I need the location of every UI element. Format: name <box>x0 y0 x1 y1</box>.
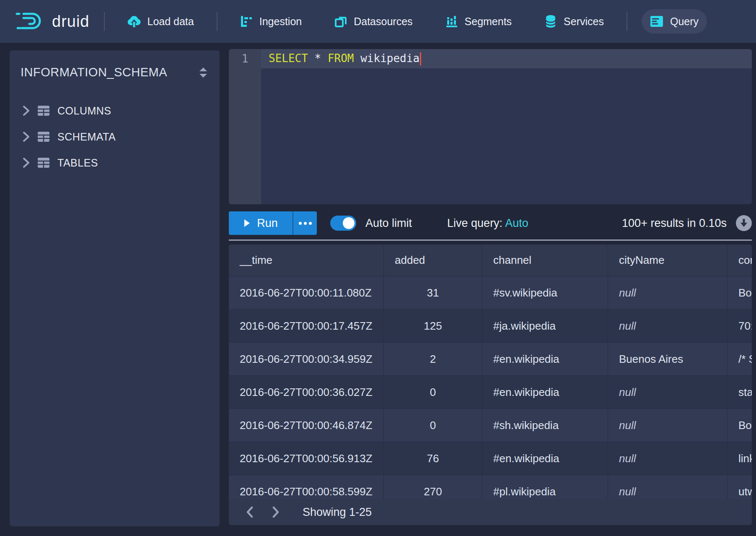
table-row: 2016-06-27T00:00:46.874Z 0 #sh.wikipedia… <box>229 409 752 442</box>
table-cell[interactable]: Bot <box>728 276 752 310</box>
table-cell[interactable]: 0 <box>384 376 482 409</box>
next-page-button[interactable] <box>265 502 287 523</box>
table-cell[interactable]: null <box>608 409 728 442</box>
table-row: 2016-06-27T00:00:34.959Z 2 #en.wikipedia… <box>229 343 752 376</box>
table-cell[interactable]: sta <box>728 376 752 409</box>
table-cell[interactable]: #en.wikipedia <box>482 343 608 376</box>
console-icon <box>650 15 663 28</box>
schema-tree: COLUMNS SCHEMATA <box>10 98 220 176</box>
table-cell[interactable]: #sv.wikipedia <box>482 276 608 310</box>
table-cell[interactable]: null <box>608 310 728 343</box>
table-cell[interactable]: 2016-06-27T00:00:17.457Z <box>229 310 384 343</box>
more-icon <box>299 222 302 225</box>
datasources-stack-icon <box>334 15 347 28</box>
nav-item-datasources[interactable]: Datasources <box>326 9 421 34</box>
table-cell[interactable]: 0 <box>384 409 482 442</box>
nav-group: Ingestion Datasources <box>232 9 612 34</box>
chevron-right-icon <box>22 131 30 142</box>
table-cell[interactable]: 2016-06-27T00:00:46.874Z <box>229 409 384 442</box>
table-cell[interactable]: Bot <box>728 409 752 442</box>
table-cell[interactable]: null <box>608 276 728 310</box>
results-summary: 100+ results in 0.10s <box>622 217 727 230</box>
table-cell[interactable]: #en.wikipedia <box>482 376 608 409</box>
nav-item-load-data[interactable]: Load data <box>119 9 202 34</box>
segments-bar-chart-icon <box>445 15 458 28</box>
tree-item-schemata[interactable]: SCHEMATA <box>10 124 220 150</box>
line-number: 1 <box>229 52 261 65</box>
nav-item-services[interactable]: Services <box>536 9 612 34</box>
table-body: 2016-06-27T00:00:11.080Z 31 #sv.wikipedi… <box>229 276 752 508</box>
download-button[interactable] <box>736 215 752 231</box>
tree-item-tables[interactable]: TABLES <box>10 150 220 176</box>
chevron-right-icon <box>271 506 280 518</box>
column-header-cityName[interactable]: cityName <box>608 245 728 276</box>
double-caret-icon[interactable] <box>199 67 208 78</box>
table-cell[interactable]: #en.wikipedia <box>482 442 608 475</box>
auto-limit-label: Auto limit <box>365 217 412 230</box>
table-row: 2016-06-27T00:00:17.457Z 125 #ja.wikiped… <box>229 310 752 343</box>
query-toolbar: Run Auto limit Live query: Auto 100+ res… <box>229 211 752 235</box>
table-row: 2016-06-27T00:00:56.913Z 76 #en.wikipedi… <box>229 442 752 475</box>
nav-item-query[interactable]: Query <box>642 9 707 34</box>
live-query-value[interactable]: Auto <box>505 217 528 229</box>
schema-selector[interactable]: INFORMATION_SCHEMA <box>21 65 199 79</box>
nav-item-label: Services <box>564 16 604 28</box>
sql-query-text: SELECT * FROM wikipedia <box>261 52 421 65</box>
sql-editor[interactable]: 1 SELECT * FROM wikipedia <box>229 49 752 204</box>
tree-item-columns[interactable]: COLUMNS <box>10 98 220 124</box>
table-cell[interactable]: 31 <box>384 276 482 310</box>
auto-limit-toggle[interactable] <box>330 216 356 231</box>
showing-label: Showing 1-25 <box>303 506 372 519</box>
schema-sidebar: INFORMATION_SCHEMA COLUMNS <box>10 50 220 526</box>
play-icon <box>243 219 250 227</box>
table-cell[interactable]: 2016-06-27T00:00:56.913Z <box>229 442 384 475</box>
tree-item-label: TABLES <box>57 157 98 169</box>
table-header-row: __time added channel cityName comment <box>229 245 752 276</box>
tree-item-label: SCHEMATA <box>57 131 116 143</box>
tree-item-label: COLUMNS <box>57 105 111 117</box>
nav-item-label: Query <box>670 16 699 28</box>
editor-line-1[interactable]: 1 SELECT * FROM wikipedia <box>229 49 752 68</box>
ingestion-chart-icon <box>240 15 253 28</box>
table-row: 2016-06-27T00:00:11.080Z 31 #sv.wikipedi… <box>229 276 752 310</box>
database-icon <box>544 15 557 28</box>
table-cell[interactable]: /* S <box>728 343 752 376</box>
table-icon <box>37 105 50 116</box>
table-cell[interactable]: 2016-06-27T00:00:34.959Z <box>229 343 384 376</box>
table-cell[interactable]: 2016-06-27T00:00:36.027Z <box>229 376 384 409</box>
navbar-divider <box>627 12 627 31</box>
prev-page-button[interactable] <box>239 502 261 523</box>
table-cell[interactable]: 125 <box>384 310 482 343</box>
toggle-knob <box>343 217 355 229</box>
results-divider <box>229 239 752 241</box>
table-cell[interactable]: 2016-06-27T00:00:11.080Z <box>229 276 384 310</box>
run-more-button[interactable] <box>293 211 317 235</box>
table-cell[interactable]: #sh.wikipedia <box>482 409 608 442</box>
schema-header: INFORMATION_SCHEMA <box>10 61 220 83</box>
nav-item-segments[interactable]: Segments <box>437 9 520 34</box>
table-cell[interactable]: 76 <box>384 442 482 475</box>
nav-item-ingestion[interactable]: Ingestion <box>232 9 310 34</box>
results-table: __time added channel cityName comment 20… <box>229 245 752 525</box>
nav-item-label: Datasources <box>354 16 412 28</box>
chevron-left-icon <box>245 506 254 518</box>
table-cell[interactable]: null <box>608 442 728 475</box>
column-header-comment[interactable]: comment <box>728 245 752 276</box>
table-cell[interactable]: null <box>608 376 728 409</box>
nav-item-label: Segments <box>465 16 512 28</box>
run-button[interactable]: Run <box>229 211 293 235</box>
table-icon <box>37 131 50 142</box>
column-header-time[interactable]: __time <box>229 245 384 276</box>
table-cell[interactable]: Buenos Aires <box>608 343 728 376</box>
table-cell[interactable]: link <box>728 442 752 475</box>
brand[interactable]: druid <box>15 11 90 31</box>
text-cursor <box>420 52 421 65</box>
table-cell[interactable]: #ja.wikipedia <box>482 310 608 343</box>
table-cell[interactable]: 2 <box>384 343 482 376</box>
column-header-channel[interactable]: channel <box>482 245 608 276</box>
navbar: druid Load data Ingestion <box>0 0 756 43</box>
editor-gutter <box>229 49 261 204</box>
table-cell[interactable]: 70: <box>728 310 752 343</box>
column-header-added[interactable]: added <box>384 245 482 276</box>
cloud-upload-icon <box>127 15 141 28</box>
